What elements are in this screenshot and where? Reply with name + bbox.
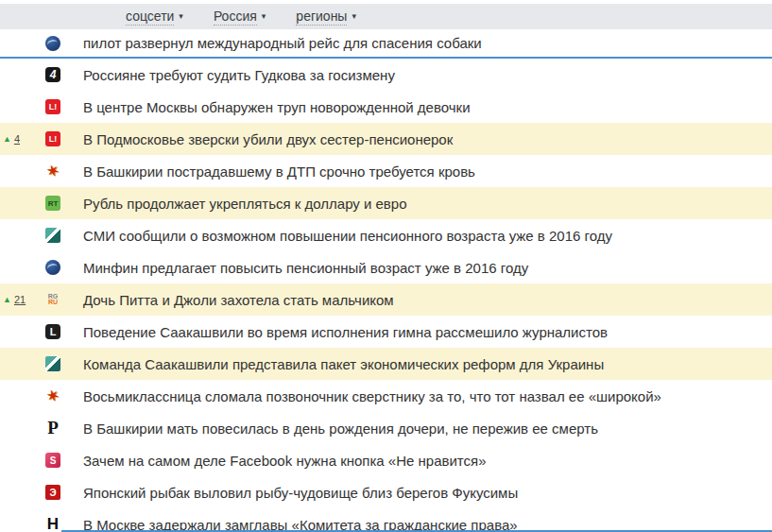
headline-text: Россияне требуют судить Гудкова за госиз… [83, 67, 395, 83]
news-row[interactable]: L! В центре Москвы обнаружен труп новоро… [0, 91, 772, 123]
nav-dropdown-socseti[interactable]: соцсети ▾ [126, 9, 183, 26]
globe-favicon-icon [45, 260, 60, 275]
news-row[interactable]: ▲ 4 L! В Подмосковье зверски убили двух … [0, 123, 772, 155]
news-row[interactable]: P В Башкирии мать повесилась в день рожд… [0, 412, 772, 444]
teal-diagonal-favicon-icon [45, 228, 60, 243]
red-bird-favicon-icon: ✶ [43, 162, 62, 180]
headline-text: Минфин предлагает повысить пенсионный во… [83, 260, 528, 276]
red-bird-favicon-icon: ✶ [43, 386, 62, 405]
top-navigation: соцсети ▾ Россия ▾ регионы ▾ [0, 4, 772, 29]
channel4-favicon-icon: 4 [45, 67, 60, 82]
headline-text: В Подмосковье зверски убили двух сестер-… [83, 131, 453, 147]
nav-label-regiony: регионы [296, 9, 347, 26]
rank-change-badge[interactable]: ▲ 21 [3, 294, 26, 305]
news-row[interactable]: Минфин предлагает повысить пенсионный во… [0, 251, 772, 283]
headline-text: Восьмиклассница сломала позвоночник свер… [83, 388, 661, 404]
cyrillic-n-favicon-icon: Н [45, 517, 60, 532]
news-list: пилот развернул международный рейс для с… [0, 29, 772, 532]
news-row[interactable]: Н В Москве задержали замглавы «Комитета … [0, 508, 772, 532]
news-row[interactable]: RT Рубль продолжает укрепляться к доллар… [0, 187, 772, 219]
rank-change-value: 4 [14, 133, 20, 145]
headline-text: В Башкирии пострадавшему в ДТП срочно тр… [83, 163, 475, 180]
headline-text: В Башкирии мать повесилась в день рожден… [83, 420, 598, 437]
s-badge-favicon-icon: S [45, 453, 60, 468]
news-row[interactable]: ✶ В Башкирии пострадавшему в ДТП срочно … [0, 155, 772, 187]
rg-ru-favicon-icon: RGRU [45, 292, 60, 307]
nav-label-socseti: соцсети [126, 9, 174, 26]
headline-text: Дочь Питта и Джоли захотела стать мальчи… [83, 292, 394, 308]
globe-favicon-icon [45, 36, 60, 51]
teal-diagonal-favicon-icon [45, 356, 60, 371]
rank-up-icon: ▲ [3, 296, 11, 304]
nav-dropdown-regiony[interactable]: регионы ▾ [296, 9, 356, 26]
rank-up-icon: ▲ [3, 135, 11, 144]
lifenews-favicon-icon: L! [45, 99, 60, 114]
news-row[interactable]: пилот развернул международный рейс для с… [0, 29, 772, 59]
chevron-down-icon: ▾ [352, 12, 356, 21]
serif-p-favicon-icon: P [45, 420, 60, 436]
news-row[interactable]: ▲ 21 RGRU Дочь Питта и Джоли захотела ст… [0, 283, 772, 316]
news-row[interactable]: Команда Саакашвили представила пакет эко… [0, 348, 772, 380]
headline-text: Рубль продолжает укрепляться к доллару и… [83, 196, 407, 212]
rank-change-value: 21 [14, 294, 26, 305]
nav-dropdown-rossiya[interactable]: Россия ▾ [214, 9, 266, 26]
headline-text: В центре Москвы обнаружен труп новорожде… [83, 99, 471, 115]
headline-text: Поведение Саакашвили во время исполнения… [83, 324, 608, 340]
news-row[interactable]: СМИ сообщили о возможном повышении пенси… [0, 219, 772, 251]
nav-label-rossiya: Россия [214, 9, 257, 26]
rank-change-badge[interactable]: ▲ 4 [3, 133, 20, 145]
headline-text: Зачем на самом деле Facebook нужна кнопк… [83, 453, 487, 469]
news-row[interactable]: S Зачем на самом деле Facebook нужна кно… [0, 444, 772, 476]
chevron-down-icon: ▾ [262, 12, 266, 21]
lenta-favicon-icon: L [45, 324, 60, 339]
headline-text: Японский рыбак выловил рыбу-чудовище бли… [83, 485, 518, 501]
headline-text: Команда Саакашвили представила пакет эко… [83, 356, 604, 372]
headline-text: СМИ сообщили о возможном повышении пенси… [83, 228, 612, 244]
news-row[interactable]: ✶ Восьмиклассница сломала позвоночник св… [0, 380, 772, 412]
chevron-down-icon: ▾ [179, 12, 183, 21]
news-row[interactable]: L Поведение Саакашвили во время исполнен… [0, 316, 772, 348]
news-row[interactable]: 4 Россияне требуют судить Гудкова за гос… [0, 59, 772, 91]
news-row[interactable]: Э Японский рыбак выловил рыбу-чудовище б… [0, 476, 772, 508]
headline-text: пилот развернул международный рейс для с… [83, 35, 482, 51]
rt-favicon-icon: RT [45, 196, 60, 211]
lifenews-favicon-icon: L! [45, 131, 60, 146]
cyrillic-e-favicon-icon: Э [45, 485, 60, 500]
